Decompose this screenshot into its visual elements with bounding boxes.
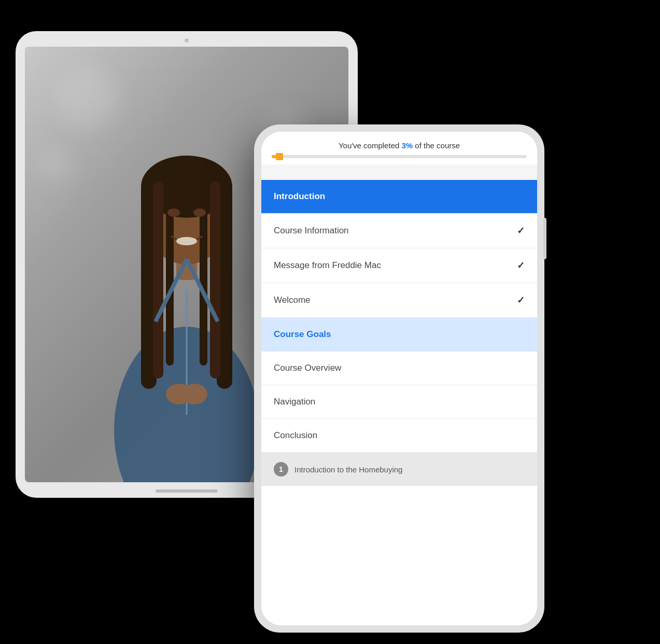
checkmark-welcome: ✓ (517, 295, 525, 306)
checkmark-course-information: ✓ (517, 225, 525, 236)
tablet-home-bar (156, 489, 218, 493)
phone-side-button (543, 218, 546, 259)
menu-label-course-information: Course Information (274, 226, 349, 236)
progress-suffix: of the course (413, 141, 460, 150)
menu-label-message-freddie: Message from Freddie Mac (274, 260, 381, 271)
svg-point-10 (167, 208, 180, 217)
progress-bar-container (272, 155, 527, 158)
person-silhouette (104, 93, 270, 482)
svg-point-11 (193, 208, 206, 217)
menu-item-message-freddie[interactable]: Message from Freddie Mac ✓ (261, 248, 537, 283)
svg-rect-9 (200, 179, 207, 366)
menu-label-introduction: Introduction (274, 191, 325, 202)
menu-item-introduction[interactable]: Introduction (261, 180, 537, 214)
menu-item-course-information[interactable]: Course Information ✓ (261, 214, 537, 248)
menu-label-navigation: Navigation (274, 397, 315, 407)
svg-rect-8 (166, 179, 174, 366)
bottom-course-title: Introduction to the Homebuying (294, 465, 402, 474)
menu-label-welcome: Welcome (274, 295, 311, 305)
phone-device: You've completed 3% of the course Introd… (254, 124, 544, 633)
menu-label-course-overview: Course Overview (274, 363, 341, 373)
menu-item-course-overview[interactable]: Course Overview (261, 352, 537, 385)
menu-item-course-goals[interactable]: Course Goals (261, 318, 537, 352)
progress-indicator (276, 153, 283, 160)
tablet-camera (185, 38, 189, 43)
course-menu: Introduction Course Information ✓ Messag… (261, 180, 537, 625)
menu-label-course-goals: Course Goals (274, 329, 331, 340)
menu-label-conclusion: Conclusion (274, 430, 317, 441)
progress-prefix: You've completed (339, 141, 402, 150)
svg-rect-6 (153, 181, 163, 379)
course-number-badge: 1 (274, 462, 288, 477)
bottom-course-section[interactable]: 1 Introduction to the Homebuying (261, 453, 537, 486)
svg-point-15 (181, 384, 207, 404)
menu-item-navigation[interactable]: Navigation (261, 385, 537, 419)
menu-item-welcome[interactable]: Welcome ✓ (261, 283, 537, 318)
progress-percent: 3% (401, 141, 413, 150)
menu-item-conclusion[interactable]: Conclusion (261, 419, 537, 453)
phone-screen: You've completed 3% of the course Introd… (261, 132, 537, 625)
checkmark-message-freddie: ✓ (517, 260, 525, 271)
progress-text: You've completed 3% of the course (272, 141, 527, 150)
phone-screen-area: You've completed 3% of the course Introd… (261, 132, 537, 625)
svg-rect-7 (210, 181, 220, 379)
svg-point-12 (176, 237, 197, 245)
progress-section: You've completed 3% of the course (261, 132, 537, 164)
